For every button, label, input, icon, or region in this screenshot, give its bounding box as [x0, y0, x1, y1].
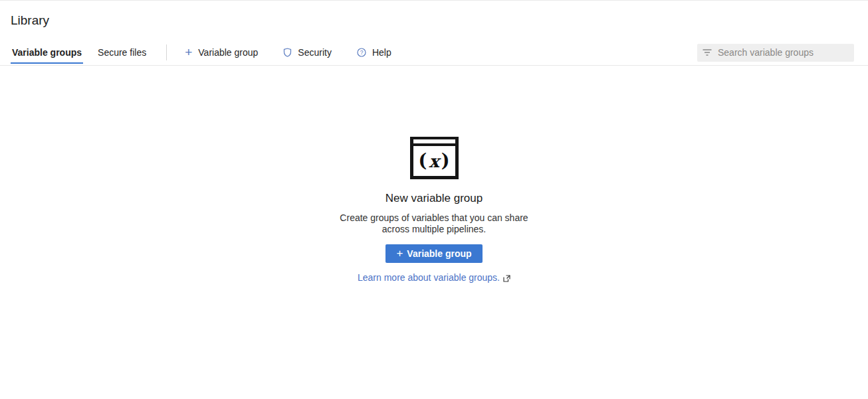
tab-variable-groups[interactable]: Variable groups — [11, 40, 83, 65]
empty-state-title: New variable group — [385, 192, 483, 205]
filter-icon — [703, 48, 712, 56]
external-link-icon — [503, 275, 510, 282]
page-title: Library — [11, 13, 868, 28]
window-icon-body: ( x ) — [413, 146, 455, 176]
icon-variable-x: x — [429, 153, 439, 170]
add-variable-group-button[interactable]: + Variable group — [385, 244, 482, 263]
plus-icon: + — [185, 46, 192, 58]
help-icon: ? — [357, 48, 366, 57]
add-variable-group-label: Variable group — [198, 47, 258, 58]
help-label: Help — [372, 47, 391, 58]
window-icon-titlebar — [413, 139, 455, 143]
tab-variable-groups-label: Variable groups — [12, 47, 82, 58]
variable-group-window-icon: ( x ) — [410, 137, 459, 179]
security-label: Security — [298, 47, 332, 58]
empty-state: ( x ) New variable group Create groups o… — [288, 137, 580, 283]
security-command[interactable]: Security — [283, 40, 332, 65]
icon-paren-close: ) — [441, 151, 450, 169]
learn-more-link[interactable]: Learn more about variable groups. — [358, 272, 500, 283]
toolbar-divider — [166, 44, 167, 60]
plus-icon: + — [396, 248, 403, 259]
search-input[interactable] — [718, 47, 849, 58]
help-command[interactable]: ? Help — [357, 40, 391, 65]
search-box[interactable] — [697, 44, 854, 62]
tab-secure-files-label: Secure files — [98, 47, 146, 58]
empty-state-description: Create groups of variables that you can … — [340, 212, 528, 235]
description-line-1: Create groups of variables that you can … — [340, 212, 528, 224]
tab-command-bar: Variable groups Secure files + Variable … — [0, 40, 868, 66]
description-line-2: across multiple pipelines. — [340, 224, 528, 235]
add-variable-group-command[interactable]: + Variable group — [185, 40, 258, 65]
library-page: Library Variable groups Secure files + V… — [0, 0, 868, 399]
icon-paren-open: ( — [418, 151, 427, 169]
add-variable-group-button-label: Variable group — [407, 248, 471, 259]
shield-icon — [283, 48, 292, 57]
svg-text:?: ? — [360, 49, 364, 56]
learn-more-row: Learn more about variable groups. — [358, 272, 510, 283]
tab-secure-files[interactable]: Secure files — [96, 40, 148, 65]
